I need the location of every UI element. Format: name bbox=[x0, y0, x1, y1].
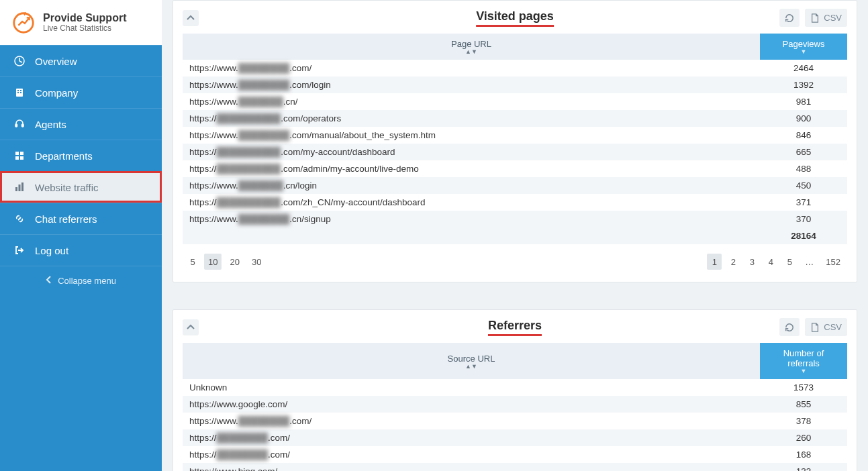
file-icon bbox=[810, 13, 820, 23]
sort-icon: ▲▼ bbox=[189, 49, 753, 54]
views-cell: 846 bbox=[760, 127, 847, 144]
table-row: https://www.███████.cn/981 bbox=[183, 93, 847, 110]
brand-subtitle: Live Chat Statistics bbox=[43, 24, 126, 33]
headset-icon bbox=[13, 118, 26, 130]
table-row: https://██████████.com/admin/my-account/… bbox=[183, 160, 847, 177]
svg-rect-4 bbox=[20, 90, 21, 91]
nav-agents[interactable]: Agents bbox=[0, 108, 162, 140]
nav-label: Agents bbox=[35, 119, 66, 130]
panel-collapse-button[interactable] bbox=[183, 319, 199, 335]
source-cell: https://www.████████.com/ bbox=[183, 413, 760, 429]
visited-pager: 5102030 12345…152 bbox=[183, 254, 847, 270]
svg-rect-5 bbox=[17, 92, 19, 93]
building-icon bbox=[13, 87, 26, 99]
table-row: https://www.google.com/855 bbox=[183, 396, 847, 413]
referrers-panel: Referrers CSV Source URL▲▼ Number of ref… bbox=[173, 309, 857, 471]
col-page-url[interactable]: Page URL▲▼ bbox=[183, 34, 760, 60]
nav-logout[interactable]: Log out bbox=[0, 234, 162, 266]
nav-overview[interactable]: Overview bbox=[0, 45, 162, 76]
link-icon bbox=[13, 213, 26, 225]
svg-rect-2 bbox=[16, 89, 23, 97]
count-cell: 1573 bbox=[760, 379, 847, 396]
refresh-button[interactable] bbox=[779, 318, 800, 336]
url-cell: https://██████████.com/operators bbox=[183, 110, 760, 127]
table-row: https://████████.com/168 bbox=[183, 446, 847, 463]
page-size-option[interactable]: 20 bbox=[226, 254, 243, 270]
table-row: https://██████████.com/operators900 bbox=[183, 110, 847, 127]
svg-rect-7 bbox=[15, 124, 17, 127]
grid-icon bbox=[13, 150, 26, 162]
main-content: Visited pages CSV Page URL▲▼ Pageviews▼ bbox=[162, 0, 868, 471]
svg-rect-8 bbox=[22, 124, 24, 127]
count-cell: 260 bbox=[760, 429, 847, 446]
col-pageviews[interactable]: Pageviews▼ bbox=[760, 34, 847, 60]
page-size-selector: 5102030 bbox=[185, 254, 265, 270]
nav: Overview Company Agents Departments Webs… bbox=[0, 45, 162, 266]
url-cell: https://www.████████.cn/signup bbox=[183, 211, 760, 227]
sidebar: Provide Support Live Chat Statistics Ove… bbox=[0, 0, 162, 471]
nav-label: Departments bbox=[35, 150, 93, 162]
refresh-icon bbox=[785, 13, 794, 23]
nav-company[interactable]: Company bbox=[0, 76, 162, 108]
col-source-url[interactable]: Source URL▲▼ bbox=[183, 343, 760, 379]
table-row: https://www.████████.cn/signup370 bbox=[183, 211, 847, 227]
page-size-option[interactable]: 5 bbox=[185, 254, 200, 270]
col-referral-count[interactable]: Number of referrals▼ bbox=[760, 343, 847, 379]
svg-rect-15 bbox=[21, 182, 23, 191]
dashboard-icon bbox=[13, 55, 26, 67]
url-cell: https://www.███████.cn/login bbox=[183, 177, 760, 194]
page-size-option[interactable]: 10 bbox=[204, 254, 222, 270]
page-number[interactable]: 1 bbox=[707, 254, 722, 270]
url-cell: https://██████████.com/my-account/dashbo… bbox=[183, 144, 760, 160]
page-number[interactable]: 5 bbox=[782, 254, 797, 270]
svg-rect-13 bbox=[15, 187, 17, 191]
nav-chat-referrers[interactable]: Chat referrers bbox=[0, 203, 162, 234]
page-size-option[interactable]: 30 bbox=[248, 254, 265, 270]
page-number[interactable]: 152 bbox=[822, 254, 845, 270]
nav-website-traffic[interactable]: Website traffic bbox=[0, 171, 162, 203]
page-number[interactable]: 4 bbox=[763, 254, 778, 270]
url-cell: https://██████████.com/zh_CN/my-account/… bbox=[183, 194, 760, 211]
views-cell: 1392 bbox=[760, 76, 847, 93]
url-cell: https://██████████.com/admin/my-account/… bbox=[183, 160, 760, 177]
brand-logo: Provide Support Live Chat Statistics bbox=[0, 0, 162, 45]
url-cell: https://www.████████.com/manual/about_th… bbox=[183, 127, 760, 144]
visited-pages-panel: Visited pages CSV Page URL▲▼ Pageviews▼ bbox=[173, 0, 857, 282]
views-cell: 665 bbox=[760, 144, 847, 160]
count-cell: 855 bbox=[760, 396, 847, 413]
nav-label: Company bbox=[35, 87, 78, 99]
export-csv-button[interactable]: CSV bbox=[805, 318, 847, 336]
svg-rect-6 bbox=[20, 92, 21, 93]
source-cell: https://www.google.com/ bbox=[183, 396, 760, 413]
count-cell: 133 bbox=[760, 463, 847, 471]
views-cell: 450 bbox=[760, 177, 847, 194]
count-cell: 168 bbox=[760, 446, 847, 463]
file-icon bbox=[810, 323, 820, 332]
panel-collapse-button[interactable] bbox=[183, 10, 199, 26]
csv-label: CSV bbox=[824, 13, 842, 23]
referrers-table: Source URL▲▼ Number of referrals▼ Unknow… bbox=[183, 343, 847, 471]
refresh-button[interactable] bbox=[779, 9, 800, 27]
nav-departments[interactable]: Departments bbox=[0, 140, 162, 171]
svg-rect-14 bbox=[19, 185, 21, 191]
nav-label: Log out bbox=[35, 245, 68, 256]
table-row: Unknown1573 bbox=[183, 379, 847, 396]
table-row: https://www.████████.com/378 bbox=[183, 413, 847, 429]
collapse-menu[interactable]: Collapse menu bbox=[0, 266, 162, 295]
url-cell: https://www.███████.cn/ bbox=[183, 93, 760, 110]
page-number[interactable]: 2 bbox=[726, 254, 740, 270]
total-row: 28164 bbox=[183, 227, 847, 244]
source-cell: https://████████.com/ bbox=[183, 446, 760, 463]
export-csv-button[interactable]: CSV bbox=[805, 9, 847, 27]
nav-label: Website traffic bbox=[35, 182, 98, 193]
views-cell: 370 bbox=[760, 211, 847, 227]
source-cell: https://www.bing.com/ bbox=[183, 463, 760, 471]
views-cell: 2464 bbox=[760, 60, 847, 76]
svg-rect-3 bbox=[17, 90, 19, 91]
logout-icon bbox=[13, 244, 26, 256]
table-row: https://www.████████.com/manual/about_th… bbox=[183, 127, 847, 144]
bar-chart-icon bbox=[13, 181, 26, 193]
page-number[interactable]: 3 bbox=[744, 254, 759, 270]
table-row: https://██████████.com/zh_CN/my-account/… bbox=[183, 194, 847, 211]
page-number: … bbox=[801, 254, 818, 270]
